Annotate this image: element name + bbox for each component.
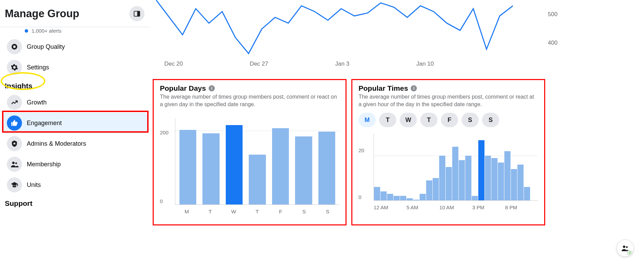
bar[interactable] <box>485 156 491 200</box>
bar[interactable] <box>387 194 393 201</box>
day-tab[interactable]: S <box>461 113 479 127</box>
ytick-0: 0 <box>359 194 361 200</box>
day-tab[interactable]: M <box>359 113 376 127</box>
thumbs-up-icon <box>7 115 22 131</box>
sidebar-item-admins[interactable]: Admins & Moderators <box>2 133 147 154</box>
sidebar-item-group-quality[interactable]: Group Quality <box>2 36 147 57</box>
nav-label: Group Quality <box>27 43 65 51</box>
sidebar: Manage Group 1,000+ alerts Group Quality… <box>0 0 149 267</box>
bar[interactable] <box>465 156 471 200</box>
alerts-text: 1,000+ alerts <box>32 28 61 34</box>
sidebar-item-settings[interactable]: Settings <box>2 57 147 78</box>
nav-label: Membership <box>27 161 61 168</box>
nav-label: Admins & Moderators <box>27 140 86 147</box>
bar[interactable] <box>202 133 219 205</box>
day-tab[interactable]: F <box>441 113 458 127</box>
sidebar-item-units[interactable]: Units <box>2 175 147 195</box>
bar[interactable] <box>498 163 504 201</box>
bar[interactable] <box>504 151 511 200</box>
bar[interactable] <box>249 155 266 204</box>
popular-days-chart: 200 0 MTWTFSS <box>160 118 339 214</box>
popular-days-title: Popular Days <box>160 84 206 92</box>
bar[interactable] <box>318 132 335 204</box>
insights-cards-row: Popular Days The average number of times… <box>153 79 644 225</box>
nav-label: Growth <box>27 99 47 106</box>
sidebar-item-membership[interactable]: Membership <box>2 154 147 175</box>
bar[interactable] <box>226 125 243 205</box>
info-icon[interactable] <box>209 85 215 91</box>
people-icon <box>7 157 22 172</box>
day-tab[interactable]: S <box>482 113 499 127</box>
ytick-500: 500 <box>548 11 558 18</box>
bar[interactable] <box>524 187 530 200</box>
sidebar-item-growth[interactable]: Growth <box>2 92 147 113</box>
xtick: M <box>175 209 198 214</box>
xtick: S <box>316 209 339 214</box>
bar[interactable] <box>472 196 478 200</box>
bar[interactable] <box>380 191 387 200</box>
xtick: Jan 10 <box>416 60 434 67</box>
bar[interactable] <box>517 165 524 200</box>
svg-point-8 <box>626 246 628 248</box>
nav-label: Settings <box>27 64 49 71</box>
bar[interactable] <box>407 198 413 201</box>
xtick: 3 PM <box>472 204 505 210</box>
page-title: Manage Group <box>5 8 79 20</box>
popular-days-desc: The average number of times group member… <box>160 93 339 108</box>
day-tab[interactable]: T <box>379 113 396 127</box>
bar[interactable] <box>511 169 517 200</box>
svg-rect-1 <box>137 11 140 16</box>
bar[interactable] <box>413 200 419 200</box>
day-tab[interactable]: W <box>400 113 417 127</box>
bar[interactable] <box>491 158 497 201</box>
xtick: Jan 3 <box>335 60 350 67</box>
svg-point-3 <box>13 45 15 48</box>
ytick-400: 400 <box>548 40 558 46</box>
bar[interactable] <box>452 147 458 200</box>
bar[interactable] <box>374 187 380 200</box>
popular-times-chart: 20 0 12 AM5 AM10 AM3 PM8 PM <box>359 133 538 210</box>
alerts-dot-icon <box>25 29 28 33</box>
bar[interactable] <box>179 130 196 204</box>
xtick: F <box>269 209 292 214</box>
alerts-indicator[interactable]: 1,000+ alerts <box>0 27 149 36</box>
bar[interactable] <box>426 180 432 201</box>
growth-icon <box>7 95 22 110</box>
svg-point-5 <box>12 162 15 164</box>
nav-label: Engagement <box>27 120 62 127</box>
svg-point-6 <box>15 163 17 164</box>
bar[interactable] <box>439 156 445 200</box>
bar[interactable] <box>400 196 406 200</box>
bar[interactable] <box>433 178 439 200</box>
panel-icon <box>133 10 141 18</box>
bar[interactable] <box>272 128 289 204</box>
collapse-panel-button[interactable] <box>129 6 144 21</box>
bar[interactable] <box>394 196 400 200</box>
bar[interactable] <box>459 160 465 200</box>
gear-icon <box>7 60 22 75</box>
svg-point-7 <box>623 246 625 248</box>
bar[interactable] <box>478 140 484 201</box>
nav-label: Units <box>27 181 41 189</box>
day-tabs: MTWTFSS <box>359 113 538 127</box>
info-icon[interactable] <box>411 85 417 91</box>
shield-icon <box>7 136 22 151</box>
line-chart-x-axis: Dec 20 Dec 27 Jan 3 Jan 10 <box>156 60 534 67</box>
day-tab[interactable]: T <box>420 113 437 127</box>
xtick: T <box>245 209 269 214</box>
ytick-0: 0 <box>160 198 163 204</box>
fab-badge: 0 <box>627 251 632 255</box>
popular-times-desc: The average number of times group member… <box>359 93 538 108</box>
main-content: 500 400 Dec 20 Dec 27 Jan 3 Jan 10 Popul… <box>153 0 644 267</box>
bar[interactable] <box>446 167 452 201</box>
bar[interactable] <box>420 194 426 201</box>
xtick: T <box>198 209 222 214</box>
xtick: Dec 27 <box>250 60 268 67</box>
xtick: W <box>222 209 245 214</box>
sidebar-item-engagement[interactable]: Engagement <box>2 113 147 133</box>
xtick: 5 AM <box>407 204 440 210</box>
xtick: S <box>292 209 316 214</box>
xtick: 8 PM <box>505 204 538 210</box>
bar[interactable] <box>295 136 312 204</box>
people-fab-button[interactable]: 0 <box>617 240 634 257</box>
